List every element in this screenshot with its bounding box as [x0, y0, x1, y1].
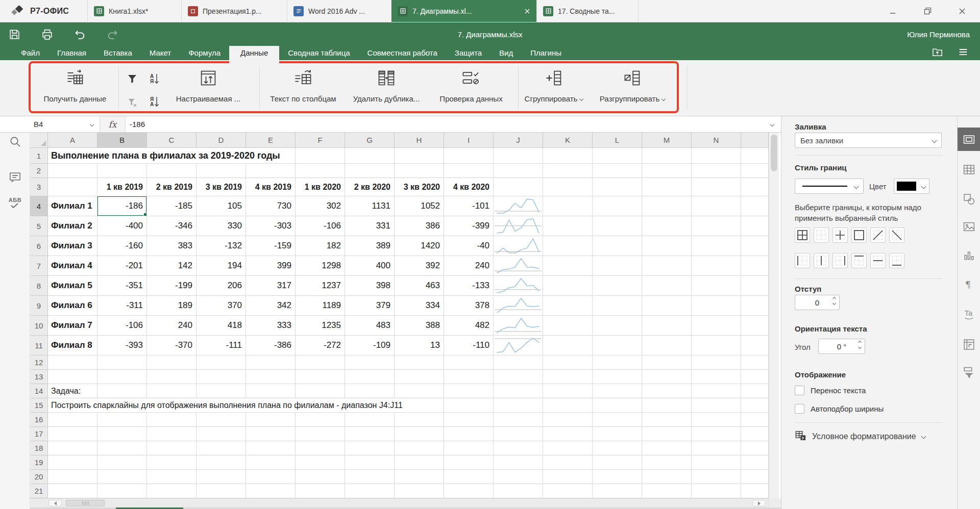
cell-K15[interactable] [543, 398, 593, 413]
cell-M3[interactable] [642, 178, 692, 196]
cell-I3[interactable]: 4 кв 2020 [444, 178, 494, 196]
column-header-H[interactable]: H [395, 133, 444, 148]
cell-A14[interactable]: Задача: [48, 384, 97, 398]
cell-G14[interactable] [345, 384, 395, 398]
cell-L10[interactable] [593, 316, 642, 336]
column-header-A[interactable]: A [48, 133, 97, 148]
cell-K17[interactable] [543, 427, 593, 441]
row-header-3[interactable]: 3 [30, 178, 48, 196]
scroll-right-icon[interactable] [752, 500, 766, 506]
cell-B2[interactable] [97, 164, 147, 178]
cell-J19[interactable] [494, 455, 543, 470]
column-header-B[interactable]: B [97, 133, 147, 148]
cell-B13[interactable] [97, 370, 147, 384]
insert-function-button[interactable]: fx [100, 116, 126, 132]
cell-overflow-15[interactable] [741, 398, 769, 413]
close-tab-icon[interactable] [520, 8, 530, 14]
cell-G13[interactable] [345, 370, 395, 384]
cell-M7[interactable] [642, 256, 692, 276]
cell-N15[interactable] [692, 398, 741, 413]
clear-filter-icon[interactable] [122, 94, 142, 111]
cell-G16[interactable] [345, 413, 395, 427]
cell-C14[interactable] [147, 384, 197, 398]
row-header-16[interactable]: 16 [30, 413, 48, 427]
cell-J20[interactable] [494, 470, 543, 484]
document-tab[interactable]: Презентация1.p... [181, 0, 287, 22]
cell-N7[interactable] [692, 256, 741, 276]
column-header-M[interactable]: M [642, 133, 692, 148]
cell-N10[interactable] [692, 316, 741, 336]
row-header-2[interactable]: 2 [30, 164, 48, 178]
cell-N13[interactable] [692, 370, 741, 384]
cell-F7[interactable]: 1298 [296, 256, 345, 276]
cell-B16[interactable] [97, 413, 147, 427]
scroll-left-icon[interactable] [48, 500, 62, 506]
cell-D2[interactable] [197, 164, 246, 178]
save-icon[interactable] [7, 27, 21, 41]
comments-icon[interactable] [0, 168, 30, 186]
cell-H2[interactable] [395, 164, 444, 178]
cell-G10[interactable]: 483 [345, 316, 395, 336]
document-tab[interactable]: Word 2016 Adv ... [287, 0, 391, 22]
column-header-F[interactable]: F [296, 133, 345, 148]
cell-D19[interactable] [197, 455, 246, 470]
textart-settings-icon[interactable]: Ta [958, 305, 980, 322]
document-tab[interactable]: Книга1.xlsx* [87, 0, 181, 22]
cell-C8[interactable]: -199 [147, 276, 197, 296]
fill-select[interactable]: Без заливки [795, 133, 942, 148]
row-header-1[interactable]: 1 [30, 148, 48, 164]
cell-C21[interactable] [147, 484, 197, 498]
row-header-21[interactable]: 21 [30, 484, 48, 498]
cell-L13[interactable] [593, 370, 642, 384]
cell-C10[interactable]: 240 [147, 316, 197, 336]
group-button[interactable]: Сгруппировать [513, 63, 595, 114]
cell-M19[interactable] [642, 455, 692, 470]
cell-N9[interactable] [692, 296, 741, 316]
select-all-corner[interactable] [30, 133, 48, 148]
spinner-down-icon[interactable] [858, 345, 862, 349]
sort-ascending-icon[interactable]: АЯ [143, 68, 166, 90]
cell-J6[interactable] [494, 236, 543, 256]
cell-J3[interactable] [494, 178, 543, 196]
cell-J10[interactable] [494, 316, 543, 336]
row-header-14[interactable]: 14 [30, 384, 48, 398]
horizontal-scrollbar-thumb[interactable] [66, 500, 105, 506]
cell-A18[interactable] [48, 441, 97, 455]
cell-M10[interactable] [642, 316, 692, 336]
cell-N5[interactable] [692, 216, 741, 236]
cell-G5[interactable]: 331 [345, 216, 395, 236]
cell-G1[interactable] [345, 148, 395, 164]
print-icon[interactable] [40, 27, 54, 41]
border-color-select[interactable] [894, 179, 929, 194]
cell-F6[interactable]: 182 [296, 236, 345, 256]
cell-E4[interactable]: 730 [246, 196, 296, 216]
cell-H19[interactable] [395, 455, 444, 470]
column-header-E[interactable]: E [246, 133, 296, 148]
cell-N4[interactable] [692, 196, 741, 216]
get-data-button[interactable]: Получить данные [34, 63, 116, 114]
data-validation-button[interactable]: Проверка данных [430, 63, 512, 114]
cell-J8[interactable] [494, 276, 543, 296]
cell-E2[interactable] [246, 164, 296, 178]
hide-toolbar-icon[interactable] [958, 46, 969, 60]
cell-C19[interactable] [147, 455, 197, 470]
cell-A15[interactable]: Построить спарклайны для отображения вып… [48, 398, 444, 413]
cell-J4[interactable] [494, 196, 543, 216]
cell-F19[interactable] [296, 455, 345, 470]
cell-L1[interactable] [593, 148, 642, 164]
column-header-L[interactable]: L [593, 133, 642, 148]
cell-F2[interactable] [296, 164, 345, 178]
cell-overflow-2[interactable] [741, 164, 769, 178]
cell-F3[interactable]: 1 кв 2020 [296, 178, 345, 196]
cell-L20[interactable] [593, 470, 642, 484]
cell-J14[interactable] [494, 384, 543, 398]
cell-E17[interactable] [246, 427, 296, 441]
cell-E16[interactable] [246, 413, 296, 427]
cell-G9[interactable]: 379 [345, 296, 395, 316]
cell-D10[interactable]: 418 [197, 316, 246, 336]
vertical-scrollbar-thumb[interactable] [771, 135, 777, 171]
cell-I21[interactable] [444, 484, 494, 498]
cell-L8[interactable] [593, 276, 642, 296]
cell-H14[interactable] [395, 384, 444, 398]
cell-F17[interactable] [296, 427, 345, 441]
